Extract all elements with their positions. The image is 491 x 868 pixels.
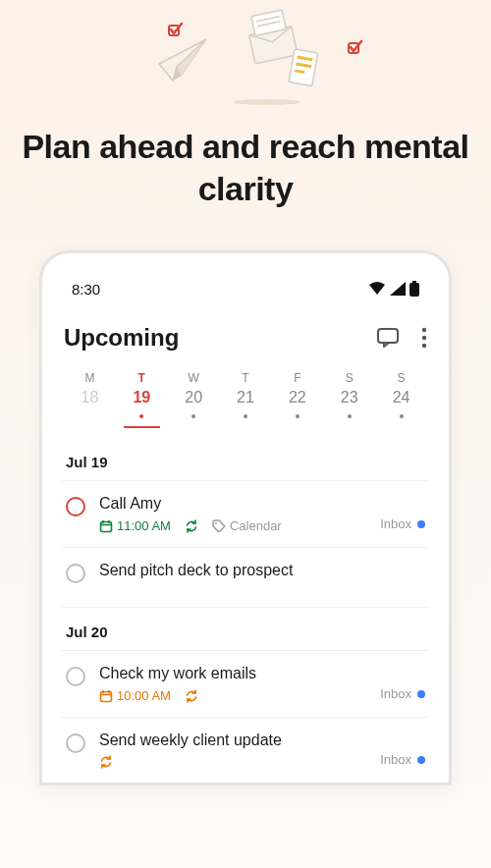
day-column[interactable]: T19 [116, 371, 168, 418]
day-underline [124, 426, 160, 428]
task-checkbox[interactable] [66, 497, 85, 516]
day-column[interactable]: S24 [375, 371, 427, 418]
day-label: T [242, 371, 248, 385]
page-title: Upcoming [64, 324, 179, 352]
day-dot-icon [296, 414, 300, 418]
task-row[interactable]: Send weekly client updateInbox [62, 717, 429, 783]
task-meta: 11:00 AMCalendar [99, 518, 366, 533]
day-column[interactable]: M18 [64, 371, 116, 418]
project-dot-icon [417, 690, 425, 698]
day-number: 22 [289, 389, 306, 407]
project-dot-icon [417, 756, 425, 764]
day-number: 18 [82, 389, 99, 407]
day-label: W [188, 371, 198, 385]
task-project[interactable]: Inbox [380, 516, 425, 531]
svg-rect-11 [412, 281, 416, 283]
svg-rect-22 [101, 691, 112, 701]
task-project[interactable]: Inbox [380, 686, 425, 701]
task-title: Call Amy [99, 495, 366, 513]
day-dot-icon [191, 414, 195, 418]
comment-icon[interactable] [376, 327, 400, 349]
section-header: Jul 19 [62, 438, 429, 480]
headline: Plan ahead and reach mental clarity [0, 126, 491, 209]
signal-icon [390, 282, 406, 296]
task-row[interactable]: Call Amy11:00 AMCalendarInbox [62, 480, 429, 547]
hero-illustration [0, 0, 491, 108]
svg-point-15 [422, 336, 426, 340]
day-dot-icon [400, 414, 404, 418]
status-time: 8:30 [72, 281, 100, 298]
task-checkbox[interactable] [66, 564, 85, 583]
task-project[interactable]: Inbox [380, 752, 425, 767]
task-checkbox[interactable] [66, 733, 85, 753]
screen-header: Upcoming [62, 324, 429, 352]
task-time: 10:00 AM [99, 688, 171, 703]
task-row[interactable]: Check my work emails10:00 AMInbox [62, 650, 429, 717]
project-dot-icon [417, 520, 425, 528]
status-bar: 8:30 [62, 275, 429, 302]
tag-icon [212, 519, 226, 533]
svg-rect-12 [409, 283, 419, 297]
task-row[interactable]: Send pitch deck to prospect [62, 547, 429, 597]
day-number: 21 [237, 389, 254, 407]
day-label: T [138, 371, 145, 385]
svg-point-10 [234, 99, 300, 105]
day-number: 23 [341, 389, 358, 407]
svg-rect-6 [289, 49, 318, 86]
week-selector: M18T19W20T21F22S23S24 [62, 371, 429, 418]
recurring-icon [185, 689, 198, 703]
task-title: Check my work emails [99, 665, 366, 682]
day-label: M [84, 371, 94, 385]
svg-rect-13 [378, 329, 398, 343]
day-number: 24 [393, 389, 410, 407]
task-checkbox[interactable] [66, 667, 85, 686]
task-time: 11:00 AM [99, 518, 171, 533]
day-label: S [398, 371, 406, 385]
day-column[interactable]: S23 [323, 371, 375, 418]
svg-point-21 [215, 522, 217, 524]
battery-icon [409, 281, 419, 297]
day-label: F [294, 371, 300, 385]
day-number: 19 [133, 389, 150, 407]
section-header: Jul 20 [62, 607, 429, 650]
day-dot-icon [139, 414, 143, 418]
device-frame: 8:30 Upcoming M18T19W20T21F22S23S24 Jul … [39, 250, 452, 786]
task-title: Send weekly client update [99, 732, 366, 749]
svg-point-14 [422, 328, 426, 332]
recurring-icon [99, 755, 113, 769]
task-meta: 10:00 AM [99, 688, 366, 703]
task-label: Calendar [212, 518, 282, 533]
svg-rect-17 [101, 521, 112, 531]
calendar-icon [99, 689, 113, 703]
recurring-icon [185, 519, 198, 533]
status-icons [368, 281, 419, 297]
day-number: 20 [185, 389, 202, 407]
day-column[interactable]: F22 [271, 371, 323, 418]
day-column[interactable]: T21 [220, 371, 272, 418]
day-column[interactable]: W20 [168, 371, 220, 418]
day-label: S [346, 371, 354, 385]
task-title: Send pitch deck to prospect [99, 562, 425, 579]
day-dot-icon [244, 414, 247, 418]
more-icon[interactable] [421, 327, 427, 349]
task-meta [99, 755, 366, 769]
wifi-icon [368, 282, 386, 296]
svg-point-16 [422, 344, 426, 348]
day-dot-icon [348, 414, 352, 418]
calendar-icon [99, 519, 113, 533]
